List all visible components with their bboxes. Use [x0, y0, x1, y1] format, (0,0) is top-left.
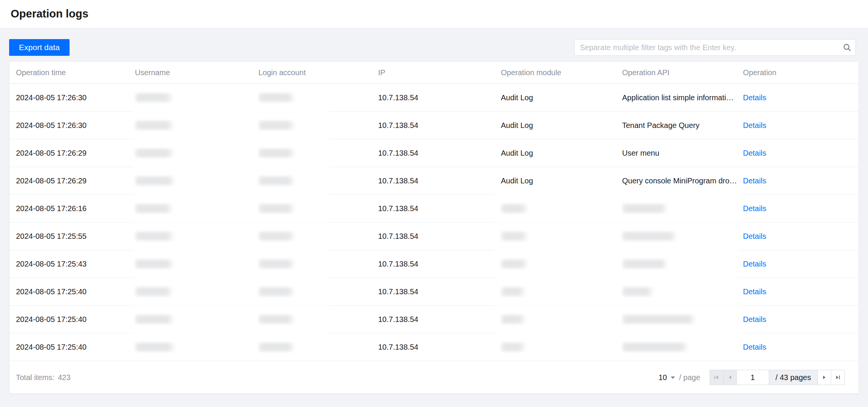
search-box	[574, 39, 856, 56]
cell-operation-module: Audit Log	[501, 149, 622, 158]
search-input[interactable]	[575, 43, 839, 52]
redacted-blur	[258, 314, 292, 324]
table-row: 2024-08-05 17:25:43 10.7.138.54 Details	[10, 250, 858, 278]
redacted-blur	[258, 176, 292, 186]
last-page-button[interactable]	[831, 370, 845, 385]
cell-operation-time: 2024-08-05 17:25:40	[16, 315, 135, 324]
details-link[interactable]: Details	[743, 260, 766, 268]
cell-username	[135, 314, 258, 324]
redacted-blur	[135, 259, 171, 269]
next-page-icon	[821, 374, 827, 380]
redacted-blur	[258, 120, 292, 130]
table-row: 2024-08-05 17:26:29 10.7.138.54 Audit Lo…	[10, 139, 858, 167]
details-link[interactable]: Details	[743, 232, 766, 240]
cell-ip: 10.7.138.54	[378, 177, 501, 185]
column-header-operation-api: Operation API	[622, 68, 743, 77]
redacted-blur	[258, 93, 292, 103]
previous-page-button[interactable]	[723, 370, 737, 385]
details-link[interactable]: Details	[743, 149, 766, 157]
redacted-blur	[622, 259, 665, 269]
total-items-value: 423	[58, 373, 70, 382]
redacted-blur	[501, 342, 523, 352]
top-bar: Operation logs	[0, 0, 868, 28]
cell-login-account	[258, 93, 378, 103]
redacted-blur	[135, 204, 170, 213]
cell-login-account	[258, 120, 378, 130]
redacted-blur	[622, 231, 674, 241]
page-size-value: 10	[659, 373, 667, 382]
cell-operation: Details	[743, 149, 858, 158]
cell-operation-api: User menu	[622, 149, 743, 158]
redacted-blur	[135, 342, 172, 352]
details-link[interactable]: Details	[743, 93, 766, 102]
cell-ip: 10.7.138.54	[378, 315, 501, 324]
table-row: 2024-08-05 17:25:40 10.7.138.54 Details	[10, 306, 858, 333]
redacted-blur	[622, 287, 651, 297]
details-link[interactable]: Details	[743, 204, 766, 213]
page-title: Operation logs	[11, 8, 89, 20]
search-icon[interactable]	[839, 39, 855, 55]
cell-operation-api	[622, 231, 743, 241]
table-body: 2024-08-05 17:26:30 10.7.138.54 Audit Lo…	[10, 84, 858, 361]
redacted-blur	[501, 287, 523, 297]
cell-operation-api: Tenant Package Query	[622, 121, 743, 130]
chevron-down-icon	[670, 376, 675, 379]
redacted-blur	[135, 93, 170, 103]
cell-operation-api: Application list simple informatio…	[622, 93, 743, 102]
cell-login-account	[258, 231, 378, 241]
cell-login-account	[258, 176, 378, 186]
total-items: Total items: 423	[16, 373, 71, 382]
cell-operation-api	[622, 287, 743, 297]
page-size-select[interactable]: 10	[659, 373, 675, 382]
per-page-label: / page	[679, 373, 700, 382]
cell-username	[135, 342, 258, 352]
cell-operation-api	[622, 342, 743, 352]
next-page-button[interactable]	[817, 370, 831, 385]
table-footer: Total items: 423 10 / page / 43 pages	[10, 361, 858, 393]
redacted-blur	[135, 314, 171, 324]
details-link[interactable]: Details	[743, 315, 766, 323]
cell-operation: Details	[743, 260, 858, 268]
details-link[interactable]: Details	[743, 343, 766, 351]
previous-page-icon	[727, 374, 733, 380]
details-link[interactable]: Details	[743, 287, 766, 296]
total-pages-label: / 43 pages	[769, 370, 818, 385]
page-number-input[interactable]	[737, 370, 769, 385]
cell-login-account	[258, 287, 378, 297]
cell-operation-module	[501, 342, 622, 352]
table-row: 2024-08-05 17:26:30 10.7.138.54 Audit Lo…	[10, 112, 858, 139]
column-header-operation: Operation	[743, 68, 858, 77]
redacted-blur	[135, 287, 170, 297]
cell-operation-api	[622, 204, 743, 213]
cell-operation: Details	[743, 343, 858, 352]
cell-operation-module	[501, 314, 622, 324]
cell-operation-module	[501, 287, 622, 297]
details-link[interactable]: Details	[743, 121, 766, 129]
redacted-blur	[622, 204, 665, 213]
cell-operation-time: 2024-08-05 17:25:55	[16, 232, 135, 241]
column-header-login-account: Login account	[258, 68, 378, 77]
cell-operation-time: 2024-08-05 17:25:40	[16, 287, 135, 296]
redacted-blur	[258, 204, 292, 213]
details-link[interactable]: Details	[743, 177, 766, 185]
cell-operation: Details	[743, 177, 858, 185]
cell-operation-api: Query console MiniProgram drop…	[622, 177, 743, 185]
cell-operation-time: 2024-08-05 17:26:29	[16, 149, 135, 158]
redacted-blur	[135, 120, 171, 130]
cell-username	[135, 204, 258, 213]
cell-username	[135, 259, 258, 269]
redacted-blur	[501, 231, 525, 241]
cell-operation-time: 2024-08-05 17:26:30	[16, 121, 135, 130]
pager-buttons: / 43 pages	[710, 370, 845, 385]
cell-ip: 10.7.138.54	[378, 260, 501, 268]
cell-ip: 10.7.138.54	[378, 149, 501, 158]
table-row: 2024-08-05 17:26:16 10.7.138.54 Details	[10, 195, 858, 222]
redacted-blur	[501, 259, 525, 269]
export-data-button[interactable]: Export data	[9, 39, 70, 56]
cell-operation-module: Audit Log	[501, 177, 622, 185]
cell-operation-module	[501, 231, 622, 241]
cell-operation-time: 2024-08-05 17:26:30	[16, 93, 135, 102]
operation-logs-table: Operation time Username Login account IP…	[10, 62, 858, 393]
first-page-button[interactable]	[710, 370, 724, 385]
table-row: 2024-08-05 17:26:30 10.7.138.54 Audit Lo…	[10, 84, 858, 112]
